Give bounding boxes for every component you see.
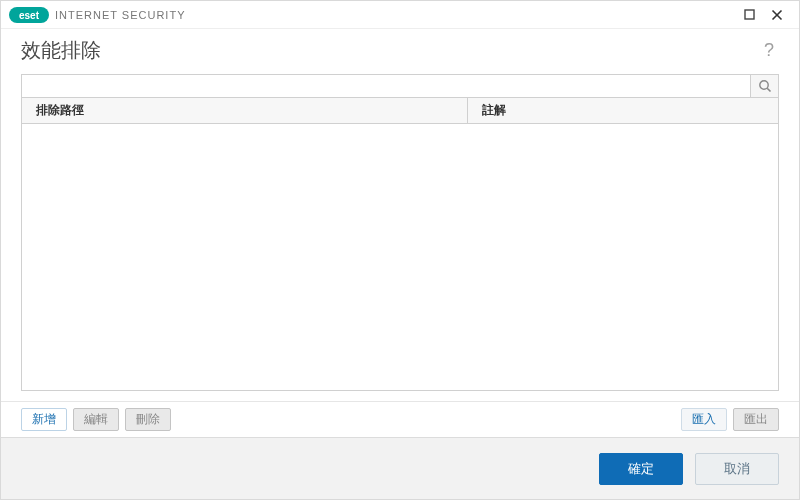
page-title: 效能排除: [21, 37, 101, 64]
delete-button: 刪除: [125, 408, 171, 431]
product-name: INTERNET SECURITY: [55, 9, 185, 21]
edit-button: 編輯: [73, 408, 119, 431]
svg-point-4: [759, 81, 767, 89]
search-row: [21, 74, 779, 98]
column-header-path[interactable]: 排除路徑: [22, 98, 468, 123]
toolbar: 新增 編輯 刪除 匯入 匯出: [1, 401, 799, 437]
column-header-comment[interactable]: 註解: [468, 98, 778, 123]
content-area: 排除路徑 註解: [1, 74, 799, 401]
svg-rect-1: [745, 10, 754, 19]
brand-logo-text: eset: [19, 10, 40, 21]
exclusions-table: 排除路徑 註解: [21, 98, 779, 391]
help-icon[interactable]: ?: [759, 40, 779, 61]
search-input[interactable]: [22, 75, 750, 97]
table-header: 排除路徑 註解: [22, 98, 778, 124]
search-icon: [758, 79, 772, 93]
add-button[interactable]: 新增: [21, 408, 67, 431]
page-header: 效能排除 ?: [1, 29, 799, 74]
cancel-button[interactable]: 取消: [695, 453, 779, 485]
ok-button[interactable]: 確定: [599, 453, 683, 485]
maximize-button[interactable]: [735, 1, 763, 29]
close-button[interactable]: [763, 1, 791, 29]
table-body: [22, 124, 778, 390]
import-button[interactable]: 匯入: [681, 408, 727, 431]
window: eset INTERNET SECURITY 效能排除 ?: [0, 0, 800, 500]
dialog-footer: 確定 取消: [1, 437, 799, 499]
titlebar: eset INTERNET SECURITY: [1, 1, 799, 29]
brand-logo: eset: [9, 7, 49, 23]
export-button: 匯出: [733, 408, 779, 431]
search-button[interactable]: [750, 75, 778, 97]
svg-line-5: [767, 88, 770, 91]
